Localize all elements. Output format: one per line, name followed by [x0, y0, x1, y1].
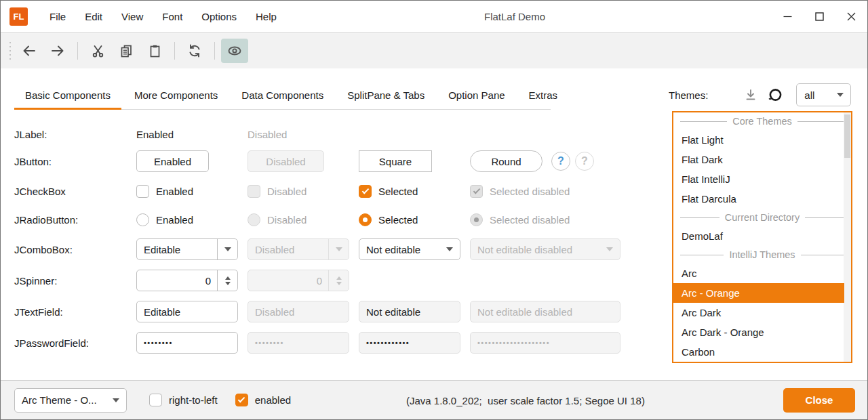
copy-button[interactable] [113, 39, 140, 63]
paste-button[interactable] [141, 39, 168, 63]
cut-button[interactable] [84, 39, 111, 63]
question-icon: ? [557, 155, 564, 167]
themes-bar: Themes: all [669, 83, 851, 107]
tabbar: Basic Components More Components Data Co… [14, 81, 570, 110]
chevron-down-icon [328, 239, 349, 259]
row-label: JCheckBox [14, 186, 136, 197]
spinner-arrows[interactable] [217, 270, 237, 291]
radio-selected-disabled: Selected disabled [470, 213, 570, 226]
tab-data-components[interactable]: Data Components [231, 81, 334, 110]
list-item[interactable]: Flat Dark [673, 150, 851, 169]
list-item-selected[interactable]: Arc - Orange [673, 283, 844, 303]
tab-option-pane[interactable]: Option Pane [437, 81, 515, 110]
row-label: JRadioButton: [14, 214, 136, 226]
chevron-down-icon[interactable] [217, 239, 237, 259]
forward-arrow-icon [50, 43, 65, 58]
round-button[interactable]: Round [470, 150, 542, 172]
menu-font[interactable]: Font [153, 1, 192, 32]
checkbox-enabled[interactable]: Enabled [136, 185, 193, 198]
jradiobutton-row: JRadioButton: Enabled Disabled Selected … [14, 205, 655, 234]
spinner-enabled[interactable]: 0 [136, 270, 238, 291]
jcheckbox-row: JCheckBox Enabled Disabled Selected Sele… [14, 176, 655, 206]
close-window-button[interactable] [835, 1, 867, 32]
themes-filter-value: all [797, 89, 830, 101]
maximize-button[interactable] [804, 1, 835, 32]
close-icon [847, 12, 856, 21]
right-to-left-checkbox[interactable]: right-to-left [149, 394, 218, 406]
tab-extras[interactable]: Extras [518, 81, 569, 110]
themes-label: Themes: [669, 89, 708, 101]
square-button[interactable]: Square [359, 150, 432, 172]
themes-filter-combobox[interactable]: all [796, 83, 851, 106]
list-item[interactable]: Flat Darcula [673, 189, 851, 209]
toolbar-grip-handle[interactable] [9, 42, 11, 60]
question-icon: ? [581, 155, 588, 167]
help-button[interactable]: ? [551, 152, 570, 171]
back-button[interactable] [16, 39, 43, 63]
checkbox-icon [136, 185, 149, 198]
list-item[interactable]: Arc Dark [673, 303, 851, 322]
jcombobox-row: JComboBox: Editable Disabled Not editabl… [14, 234, 655, 264]
radio-selected[interactable]: Selected [359, 213, 418, 226]
radio-icon [248, 213, 260, 226]
app-window: FL File Edit View Font Options Help Flat… [0, 0, 868, 420]
refresh-button[interactable] [181, 39, 208, 63]
jpasswordfield-row: JPasswordField: •••••••• •••••••• ••••••… [14, 328, 655, 358]
row-label: JComboBox: [14, 244, 136, 255]
row-label: JTextField: [14, 306, 136, 318]
enabled-checkbox[interactable]: enabled [235, 394, 291, 406]
forward-button[interactable] [44, 39, 71, 63]
download-themes-button[interactable] [741, 85, 761, 105]
list-item[interactable]: Carbon [673, 342, 851, 362]
menu-view[interactable]: View [112, 1, 153, 32]
spinner-down-icon [225, 282, 231, 285]
passwordfield-not-editable-disabled: •••••••••••••••••••• [470, 332, 620, 354]
enabled-button[interactable]: Enabled [136, 150, 209, 172]
copy-icon [119, 44, 134, 58]
minimize-button[interactable] [772, 1, 804, 32]
combobox-editable[interactable]: Editable [136, 238, 238, 260]
list-item[interactable]: Flat Light [673, 130, 851, 150]
textfield-editable[interactable]: Editable [136, 301, 238, 322]
list-item[interactable]: DemoLaf [673, 226, 851, 246]
list-item[interactable]: Arc Dark - Orange [673, 322, 851, 342]
passwordfield-editable[interactable]: •••••••• [136, 332, 238, 354]
tab-splitpane-tabs[interactable]: SplitPane & Tabs [336, 81, 435, 110]
checkbox-checked-icon [359, 185, 372, 198]
list-separator: IntelliJ Themes [673, 246, 851, 264]
toolbar-separator [174, 42, 175, 60]
checkbox-selected[interactable]: Selected [359, 185, 418, 198]
menu-options[interactable]: Options [192, 1, 246, 32]
tab-basic-components[interactable]: Basic Components [14, 81, 121, 110]
chevron-down-icon [599, 239, 620, 259]
checkbox-disabled: Disabled [248, 185, 307, 198]
menu-file[interactable]: File [40, 1, 75, 32]
chevron-down-icon[interactable] [106, 389, 126, 412]
list-item[interactable]: Flat IntelliJ [673, 169, 851, 189]
themes-list: Core Themes Flat Light Flat Dark Flat In… [672, 111, 852, 363]
row-label: JPasswordField: [14, 337, 136, 349]
titlebar: FL File Edit View Font Options Help Flat… [1, 1, 867, 33]
menu-help[interactable]: Help [246, 1, 286, 32]
spinner-up-icon [336, 276, 342, 280]
close-button[interactable]: Close [783, 388, 855, 413]
menubar: File Edit View Font Options Help [40, 1, 286, 32]
radio-selected-icon [359, 213, 372, 226]
row-label: JButton: [14, 156, 136, 167]
row-label: JSpinner: [14, 275, 136, 287]
tab-more-components[interactable]: More Components [123, 81, 229, 110]
download-icon [744, 88, 757, 102]
radio-enabled[interactable]: Enabled [136, 213, 193, 226]
chevron-down-icon[interactable] [439, 239, 460, 259]
show-hidden-toggle-button[interactable] [221, 39, 248, 63]
spinner-down-icon [336, 282, 342, 285]
bottombar: Arc Theme - O... right-to-left enabled (… [1, 380, 867, 419]
help-button-disabled: ? [575, 152, 594, 171]
menu-edit[interactable]: Edit [75, 1, 112, 32]
theme-selector-value: Arc Theme - O... [15, 394, 106, 406]
theme-selector-combobox[interactable]: Arc Theme - O... [14, 388, 127, 413]
github-button[interactable] [765, 85, 785, 105]
list-item[interactable]: Arc [673, 264, 851, 283]
combobox-not-editable[interactable]: Not editable [359, 238, 460, 260]
maximize-icon [815, 12, 824, 21]
